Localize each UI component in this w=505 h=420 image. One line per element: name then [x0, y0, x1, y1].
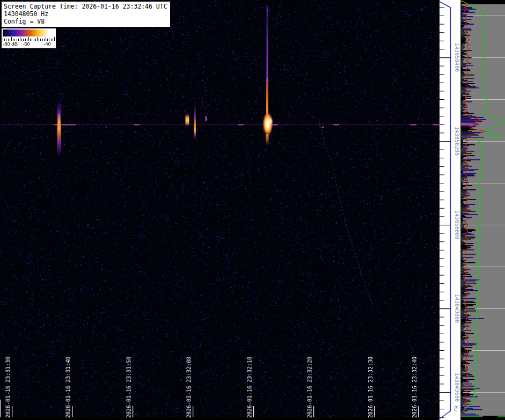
- config-text: Config = V8: [4, 18, 167, 25]
- capture-info-box: Screen Capture Time: 2026-01-16 23:32:46…: [2, 2, 170, 27]
- spectrogram-canvas: [0, 0, 505, 420]
- frequency-unit-label: Hz: [453, 406, 459, 412]
- time-axis-label: 2026-01-16 23:32:20: [307, 357, 313, 418]
- db-label-mid: -60: [23, 41, 30, 47]
- time-axis-label: 2026-01-16 23:32:40: [412, 357, 418, 418]
- color-scale-legend: -80 dB -60 -40: [2, 28, 56, 48]
- time-axis-label: 2026-01-16 23:32:30: [368, 357, 374, 418]
- color-scale-labels: -80 dB -60 -40: [2, 41, 56, 47]
- capture-time-text: Screen Capture Time: 2026-01-16 23:32:46…: [4, 3, 167, 10]
- time-axis-label: 2026-01-16 23:31:50: [126, 357, 132, 418]
- time-axis-label: 2026-01-16 23:32:00: [186, 357, 192, 418]
- frequency-axis-label: 143049600: [454, 373, 460, 402]
- frequency-axis-label: 143050400: [454, 43, 460, 72]
- db-label-high: -40: [43, 41, 51, 47]
- time-axis-label: 2026-01-16 23:32:10: [247, 357, 253, 418]
- color-scale-gradient: [3, 30, 55, 36]
- time-axis-label: 2026-01-16 23:31:40: [65, 357, 71, 418]
- db-label-low: -80 dB: [3, 41, 18, 47]
- frequency-axis-label: 143050000: [454, 210, 460, 239]
- time-axis-label: 2026-01-16 23:31:30: [5, 357, 11, 418]
- frequency-axis-label: 143050200: [454, 127, 460, 156]
- receiver-frequency-text: 143048050 Hz: [4, 10, 167, 18]
- spectrogram-screen-capture: Screen Capture Time: 2026-01-16 23:32:46…: [0, 0, 505, 420]
- frequency-axis-label: 143049800: [454, 294, 460, 323]
